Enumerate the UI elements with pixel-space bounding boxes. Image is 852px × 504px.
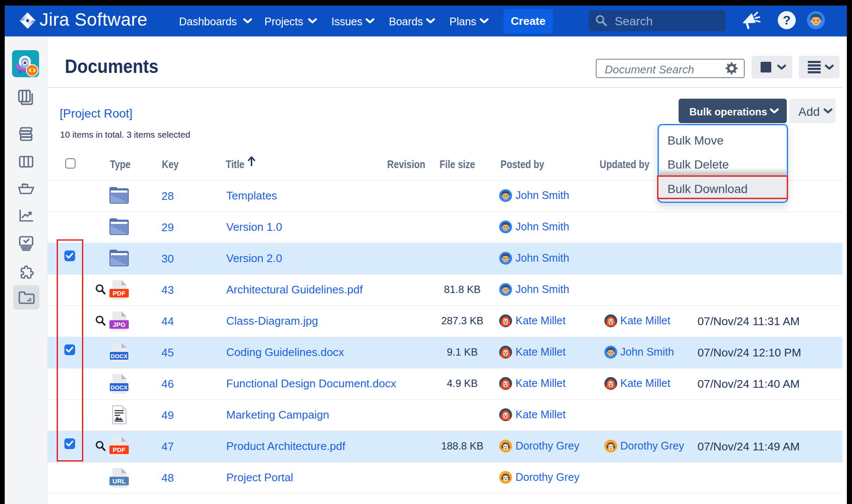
svg-text:JPG: JPG: [112, 321, 125, 328]
svg-text:DOCX: DOCX: [111, 384, 127, 391]
svg-text:PDF: PDF: [113, 446, 126, 453]
svg-text:PDF: PDF: [113, 290, 126, 297]
svg-text:URL: URL: [112, 477, 126, 485]
svg-text:DOCX: DOCX: [111, 353, 127, 359]
